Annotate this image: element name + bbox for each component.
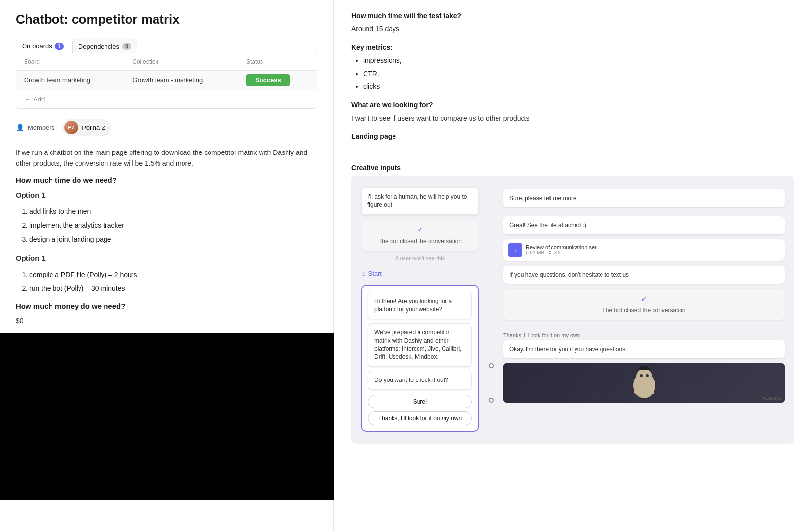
members-label: 👤 Members — [16, 124, 54, 131]
msg-text-2: We've prepared a competitor matrix with … — [374, 329, 461, 360]
response2: Great! See the file attached :) — [503, 216, 785, 234]
status-badge: Success — [246, 74, 290, 86]
user-wont-see: A user won't see this — [361, 255, 479, 261]
bot-closed-2: ✓ The bot closed the conversation — [503, 289, 785, 320]
response4: Okay. I'm there for you if you have ques… — [503, 340, 785, 358]
section2-title: What are we looking for? — [351, 101, 794, 109]
avatar-initials: PZ — [68, 125, 75, 130]
board-collection: Growth team - marketing — [125, 71, 238, 90]
on-boards-label: On boards — [22, 42, 52, 50]
answer1: Around 15 days — [351, 24, 794, 34]
intro-text: If we run a chatbot on the main page off… — [16, 147, 317, 169]
tab-on-boards[interactable]: On boards 1 — [16, 39, 70, 53]
file-name: Review of communication ser... — [526, 244, 601, 250]
left-panel: Chatbot: competitor matrix On boards 1 D… — [0, 0, 334, 531]
connector-thanks — [489, 398, 494, 403]
response1: Sure, please tell me more. — [503, 189, 785, 207]
chat-msg-3: Do you want to check it out? — [368, 371, 472, 390]
chat-frame: Hi there! Are you looking for a platform… — [361, 285, 479, 432]
metric-item: impressions, — [363, 55, 794, 66]
add-icon: ＋ — [24, 95, 30, 103]
sure-button[interactable]: Sure! — [368, 395, 472, 408]
board-status: Success — [238, 71, 317, 90]
metric-item: clicks — [363, 81, 794, 92]
col-collection: Collection — [125, 53, 238, 71]
section3-title: Landing page — [351, 132, 794, 140]
chat-msg-2: We've prepared a competitor matrix with … — [368, 323, 472, 367]
on-boards-badge: 1 — [55, 43, 64, 50]
image-placeholder: ADDAMS — [503, 363, 785, 403]
chatbot-diagram: I'll ask for a human, he will help you t… — [351, 176, 794, 443]
svg-point-2 — [640, 374, 643, 377]
tabs-bar: On boards 1 Dependencies 0 — [16, 39, 317, 53]
members-row: 👤 Members PZ Polina Z — [16, 119, 317, 136]
connectors — [489, 187, 494, 431]
home-icon: ⌂ — [361, 269, 365, 277]
content-body: If we run a chatbot on the main page off… — [16, 147, 317, 326]
chat-msg-1: Hi there! Are you looking for a platform… — [368, 292, 472, 319]
sure-path: Sure, please tell me more. — [503, 187, 785, 207]
metrics-list: impressions, CTR, clicks — [363, 55, 794, 92]
board-name: Growth team marketing — [16, 71, 125, 90]
list-item: design a joint landing page — [29, 234, 317, 245]
black-area — [0, 333, 335, 500]
add-label: Add — [33, 96, 45, 103]
svg-point-3 — [646, 374, 649, 377]
boards-table-wrapper: Board Collection Status Growth team mark… — [16, 53, 317, 109]
option1-label: Option 1 — [16, 189, 317, 201]
msg-text-1: Hi there! Are you looking for a platform… — [374, 298, 452, 313]
response3: If you have questions, don't hesitate to… — [503, 266, 785, 284]
connector-sure — [489, 363, 494, 368]
svg-point-1 — [636, 369, 652, 384]
thanks-path: Thanks, I'll look for it on my own Okay.… — [503, 332, 785, 358]
file-info: Review of communication ser... 0.01 MB ·… — [526, 244, 601, 255]
right-panel: How much time will the test take? Around… — [334, 0, 812, 531]
answer2: I want to see if users want to compare u… — [351, 113, 794, 124]
file-icon: ↓ — [508, 243, 522, 257]
option2-label: Option 1 — [16, 253, 317, 264]
list-item: add links to the men — [29, 206, 317, 217]
watermark: ADDAMS — [762, 396, 782, 401]
bot-closed-label: The bot closed the conversation — [378, 237, 462, 246]
svg-rect-7 — [640, 366, 648, 370]
table-row: Growth team marketing Growth team - mark… — [16, 71, 317, 90]
section1-title: How much time do we need? — [16, 176, 317, 184]
connector-dot-thanks — [489, 398, 494, 403]
svg-rect-5 — [648, 390, 654, 394]
col-board: Board — [16, 53, 125, 71]
metric-item: CTR, — [363, 68, 794, 79]
dependencies-badge: 0 — [122, 43, 131, 50]
check-icon-2: ✓ — [641, 294, 647, 304]
bot-closed-2-text: The bot closed the conversation — [602, 306, 685, 315]
member-chip[interactable]: PZ Polina Z — [62, 119, 111, 136]
money-answer: $0 — [16, 315, 317, 326]
file-size: 0.01 MB · XLSX — [526, 250, 601, 255]
section2-title: How much money do we need? — [16, 302, 317, 310]
connector-dot-sure — [489, 363, 494, 368]
tab-dependencies[interactable]: Dependencies 0 — [72, 39, 137, 53]
section4-title: Creative inputs — [351, 164, 794, 172]
dependencies-label: Dependencies — [79, 43, 119, 50]
question1: How much time will the test take? — [351, 12, 794, 20]
option2-list: compile a PDF file (Polly) – 2 hours run… — [29, 269, 317, 294]
character-svg — [629, 366, 659, 400]
member-name: Polina Z — [82, 124, 105, 131]
bubble-bot-closed: ✓ The bot closed the conversation — [361, 220, 479, 251]
option1-list: add links to the men implement the analy… — [29, 206, 317, 245]
image-content: ADDAMS — [503, 363, 785, 403]
section3-placeholder — [351, 144, 794, 155]
msg-text-3: Do you want to check it out? — [374, 377, 448, 383]
file-attachment: ↓ Review of communication ser... 0.01 MB… — [503, 239, 785, 261]
section1-title: Key metrics: — [351, 43, 794, 51]
add-row-button[interactable]: ＋ Add — [16, 90, 317, 108]
list-item: run the bot (Polly) – 30 minutes — [29, 283, 317, 294]
check-icon: ✓ — [417, 225, 423, 235]
page-title: Chatbot: competitor matrix — [16, 12, 317, 27]
boards-table: Board Collection Status Growth team mark… — [16, 53, 317, 90]
chat-left-column: I'll ask for a human, he will help you t… — [361, 187, 479, 431]
thanks-button[interactable]: Thanks, I'll look for it on my own — [368, 411, 472, 425]
bubble-ask-human-text: I'll ask for a human, he will help you t… — [367, 193, 467, 208]
members-text: Members — [28, 124, 54, 131]
list-item: implement the analytics tracker — [29, 220, 317, 230]
list-item: compile a PDF file (Polly) – 2 hours — [29, 269, 317, 280]
